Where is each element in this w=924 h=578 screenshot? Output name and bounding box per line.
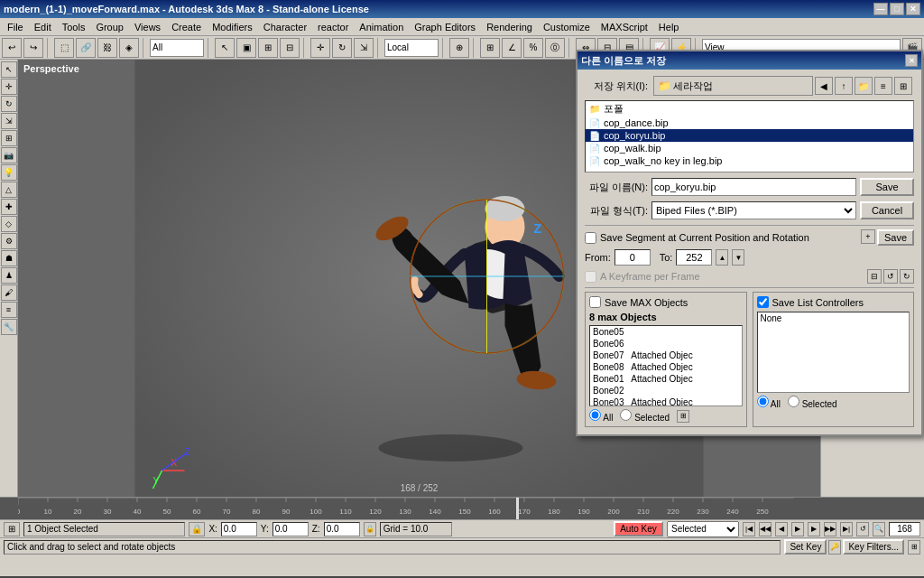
undo-button[interactable]: ↩ — [2, 38, 22, 58]
ctrl-selected-label[interactable]: Selected — [788, 396, 837, 409]
obj-expand[interactable]: ⊞ — [677, 410, 689, 423]
file-item-1[interactable]: 📄 cop_koryu.bip — [586, 129, 913, 142]
menu-character[interactable]: Character — [258, 20, 312, 34]
nav-back[interactable]: ◀ — [815, 77, 833, 95]
cancel-button[interactable]: Cancel — [860, 201, 914, 219]
play-end[interactable]: ▶| — [840, 522, 853, 536]
obj-selected-label[interactable]: Selected — [620, 409, 670, 423]
play[interactable]: ▶ — [791, 522, 804, 536]
lb-biped[interactable]: ♟ — [1, 267, 17, 284]
menu-edit[interactable]: Edit — [29, 20, 57, 34]
lb-shape[interactable]: △ — [1, 182, 17, 198]
obj-all-radio[interactable] — [589, 409, 601, 421]
filetype-select[interactable]: Biped Files (*.BIP) — [651, 201, 856, 219]
save-segment-checkbox[interactable] — [585, 232, 596, 244]
play-start[interactable]: |◀ — [743, 522, 755, 536]
nav-details[interactable]: ⊞ — [894, 77, 912, 95]
menu-modifiers[interactable]: Modifiers — [207, 20, 258, 34]
from-input[interactable] — [614, 249, 651, 266]
y-coord-input[interactable] — [273, 522, 309, 536]
nav-list[interactable]: ≡ — [874, 77, 892, 95]
ctrl-all-radio[interactable] — [757, 396, 769, 407]
z-coord-input[interactable] — [324, 522, 360, 536]
search[interactable]: 🔍 — [873, 522, 885, 536]
menu-graph-editors[interactable]: Graph Editors — [409, 20, 481, 34]
obj-0[interactable]: Bone05 — [590, 326, 742, 338]
loop[interactable]: ↺ — [856, 522, 869, 536]
move-button[interactable]: ✛ — [310, 38, 330, 58]
select-object-button[interactable]: ↖ — [215, 38, 235, 58]
next-frame[interactable]: ▶ — [808, 522, 820, 536]
dialog-close-button[interactable]: ✕ — [905, 54, 918, 67]
save-max-objects-checkbox[interactable] — [589, 296, 601, 308]
menu-maxscript[interactable]: MAXScript — [596, 20, 653, 34]
minimize-button[interactable]: — — [873, 3, 888, 15]
select-button[interactable]: ⬚ — [54, 38, 74, 58]
menu-animation[interactable]: Animation — [354, 20, 409, 34]
obj-6[interactable]: Bone03 Attached Objec — [590, 396, 742, 406]
spinner-snap[interactable]: ⓪ — [545, 38, 565, 58]
save-button[interactable]: Save — [860, 178, 914, 196]
x-coord-input[interactable] — [221, 522, 257, 536]
lb-scale[interactable]: ⇲ — [1, 113, 17, 129]
obj-2[interactable]: Bone07 Attached Objec — [590, 350, 742, 361]
lb-bones[interactable]: ☗ — [1, 250, 17, 266]
lock-icon[interactable]: 🔒 — [189, 522, 205, 536]
time-config[interactable]: ⊞ — [908, 540, 920, 555]
set-key-button[interactable]: Set Key — [784, 539, 827, 555]
obj-selected-radio[interactable] — [620, 409, 632, 421]
menu-reactor[interactable]: reactor — [312, 20, 354, 34]
menu-create[interactable]: Create — [166, 20, 207, 34]
to-up[interactable]: ▲ — [716, 249, 728, 266]
frame-input[interactable] — [889, 522, 920, 536]
lb-system[interactable]: ⚙ — [1, 233, 17, 249]
kf-btn1[interactable]: ⊟ — [867, 269, 882, 284]
ctrl-all-label[interactable]: All — [757, 396, 781, 409]
ctrl-selected-radio[interactable] — [788, 396, 799, 407]
link-button[interactable]: 🔗 — [76, 38, 96, 58]
prev-frame[interactable]: ◀ — [775, 522, 788, 536]
lb-snap[interactable]: ⊞ — [1, 130, 17, 146]
nav-new-folder[interactable]: 📁 — [855, 77, 873, 95]
next-key[interactable]: ▶▶ — [824, 522, 836, 536]
nav-up[interactable]: ↑ — [835, 77, 853, 95]
obj-5[interactable]: Bone02 — [590, 385, 742, 396]
max-objects-list[interactable]: Bone05 Bone06 Bone07 Attached Objec Bone… — [589, 325, 743, 406]
selected-dropdown[interactable]: Selected — [667, 521, 739, 537]
lb-move[interactable]: ✛ — [1, 79, 17, 95]
auto-key-button[interactable]: Auto Key — [614, 521, 663, 536]
lb-rotate[interactable]: ↻ — [1, 96, 17, 112]
selection-filter[interactable]: All — [150, 39, 204, 57]
menu-customize[interactable]: Customize — [538, 20, 596, 34]
percent-snap[interactable]: % — [523, 38, 543, 58]
lb-utility[interactable]: 🔧 — [1, 319, 17, 335]
lb-modify[interactable]: ≡ — [1, 302, 17, 318]
menu-file[interactable]: File — [2, 20, 29, 34]
lb-helper[interactable]: ✚ — [1, 199, 17, 215]
sb-btn1[interactable]: ⊞ — [4, 522, 20, 536]
keyframe-checkbox[interactable] — [585, 271, 596, 283]
file-item-folder[interactable]: 📁 포폴 — [586, 101, 913, 117]
file-item-0[interactable]: 📄 cop_dance.bip — [586, 117, 913, 129]
lb-paint[interactable]: 🖌 — [1, 284, 17, 301]
menu-views[interactable]: Views — [129, 20, 166, 34]
lb-select[interactable]: ↖ — [1, 61, 17, 78]
coord-lock[interactable]: 🔒 — [364, 522, 376, 536]
select-window-button[interactable]: ⊞ — [258, 38, 278, 58]
bind-button[interactable]: ◈ — [119, 38, 139, 58]
prev-key[interactable]: ◀◀ — [759, 522, 772, 536]
pivot-button[interactable]: ⊕ — [449, 38, 469, 58]
key-icon[interactable]: 🔑 — [828, 540, 841, 555]
kf-btn2[interactable]: ↺ — [883, 269, 898, 284]
restore-button[interactable]: □ — [890, 3, 904, 15]
lb-light[interactable]: 💡 — [1, 164, 17, 181]
lb-camera[interactable]: 📷 — [1, 147, 17, 163]
unlink-button[interactable]: ⛓ — [97, 38, 117, 58]
timeline[interactable]: 0 10 20 30 40 50 60 70 80 90 1 — [0, 498, 924, 519]
rotate-button[interactable]: ↻ — [332, 38, 352, 58]
file-item-2[interactable]: 📄 cop_walk.bip — [586, 142, 913, 154]
save-list-controllers-checkbox[interactable] — [757, 296, 769, 308]
file-item-3[interactable]: 📄 cop_walk_no key in leg.bip — [586, 154, 913, 167]
snap-toggle[interactable]: ⊞ — [480, 38, 500, 58]
select-region-button[interactable]: ▣ — [236, 38, 256, 58]
